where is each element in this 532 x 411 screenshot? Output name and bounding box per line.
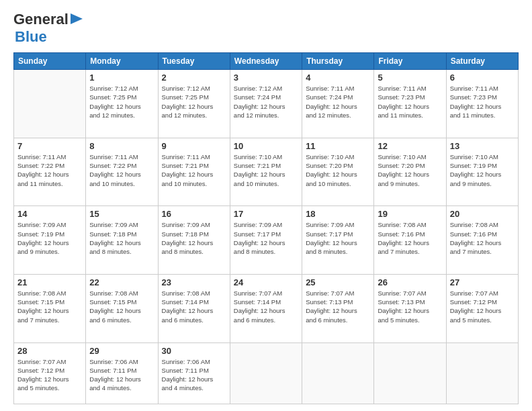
day-info: Sunrise: 7:12 AMSunset: 7:25 PMDaylight:… bbox=[162, 84, 226, 120]
calendar-cell: 6Sunrise: 7:11 AMSunset: 7:23 PMDaylight… bbox=[446, 70, 518, 138]
calendar-cell: 10Sunrise: 7:10 AMSunset: 7:21 PMDayligh… bbox=[230, 138, 302, 206]
page: General Blue SundayMondayTuesdayWednesda… bbox=[0, 0, 532, 411]
day-info: Sunrise: 7:11 AMSunset: 7:22 PMDaylight:… bbox=[17, 152, 82, 188]
calendar-cell: 11Sunrise: 7:10 AMSunset: 7:20 PMDayligh… bbox=[302, 138, 374, 206]
calendar-cell: 1Sunrise: 7:12 AMSunset: 7:25 PMDaylight… bbox=[86, 70, 158, 138]
day-info: Sunrise: 7:08 AMSunset: 7:15 PMDaylight:… bbox=[89, 289, 154, 324]
day-number: 26 bbox=[378, 277, 442, 287]
calendar-week-row: 21Sunrise: 7:08 AMSunset: 7:15 PMDayligh… bbox=[14, 274, 519, 342]
day-number: 20 bbox=[450, 209, 515, 219]
day-number: 23 bbox=[162, 277, 226, 287]
day-info: Sunrise: 7:08 AMSunset: 7:16 PMDaylight:… bbox=[450, 220, 515, 256]
svg-marker-0 bbox=[71, 13, 83, 24]
weekday-header-sunday: Sunday bbox=[14, 53, 86, 70]
day-number: 17 bbox=[234, 209, 298, 219]
day-info: Sunrise: 7:12 AMSunset: 7:24 PMDaylight:… bbox=[234, 84, 298, 120]
calendar-cell bbox=[374, 342, 446, 404]
weekday-header-thursday: Thursday bbox=[302, 53, 374, 70]
calendar-cell: 3Sunrise: 7:12 AMSunset: 7:24 PMDaylight… bbox=[230, 70, 302, 138]
weekday-header-saturday: Saturday bbox=[446, 53, 518, 70]
calendar-cell: 22Sunrise: 7:08 AMSunset: 7:15 PMDayligh… bbox=[86, 274, 158, 342]
calendar-cell: 24Sunrise: 7:07 AMSunset: 7:14 PMDayligh… bbox=[230, 274, 302, 342]
day-info: Sunrise: 7:11 AMSunset: 7:23 PMDaylight:… bbox=[378, 84, 442, 120]
calendar-cell: 4Sunrise: 7:11 AMSunset: 7:24 PMDaylight… bbox=[302, 70, 374, 138]
day-number: 5 bbox=[378, 73, 442, 83]
calendar-cell: 25Sunrise: 7:07 AMSunset: 7:13 PMDayligh… bbox=[302, 274, 374, 342]
day-info: Sunrise: 7:09 AMSunset: 7:19 PMDaylight:… bbox=[17, 220, 82, 256]
logo-arrow-icon bbox=[71, 13, 83, 27]
day-number: 2 bbox=[162, 73, 226, 83]
day-info: Sunrise: 7:07 AMSunset: 7:13 PMDaylight:… bbox=[306, 289, 370, 324]
day-number: 11 bbox=[306, 141, 370, 151]
calendar-week-row: 14Sunrise: 7:09 AMSunset: 7:19 PMDayligh… bbox=[14, 206, 519, 275]
day-number: 22 bbox=[89, 277, 154, 287]
calendar-week-row: 1Sunrise: 7:12 AMSunset: 7:25 PMDaylight… bbox=[14, 70, 519, 138]
day-info: Sunrise: 7:08 AMSunset: 7:15 PMDaylight:… bbox=[17, 289, 82, 324]
day-info: Sunrise: 7:08 AMSunset: 7:14 PMDaylight:… bbox=[162, 289, 226, 324]
day-number: 9 bbox=[162, 141, 226, 151]
calendar-cell: 26Sunrise: 7:07 AMSunset: 7:13 PMDayligh… bbox=[374, 274, 446, 342]
weekday-header-tuesday: Tuesday bbox=[158, 53, 230, 70]
weekday-header-monday: Monday bbox=[86, 53, 158, 70]
logo-general: General bbox=[13, 11, 69, 28]
calendar-cell bbox=[14, 70, 86, 138]
calendar-cell: 13Sunrise: 7:10 AMSunset: 7:19 PMDayligh… bbox=[446, 138, 518, 206]
calendar-cell: 5Sunrise: 7:11 AMSunset: 7:23 PMDaylight… bbox=[374, 70, 446, 138]
day-number: 4 bbox=[306, 73, 370, 83]
calendar-cell: 27Sunrise: 7:07 AMSunset: 7:12 PMDayligh… bbox=[446, 274, 518, 342]
calendar-week-row: 7Sunrise: 7:11 AMSunset: 7:22 PMDaylight… bbox=[14, 138, 519, 206]
day-number: 6 bbox=[450, 73, 515, 83]
day-info: Sunrise: 7:08 AMSunset: 7:16 PMDaylight:… bbox=[378, 220, 442, 256]
day-info: Sunrise: 7:12 AMSunset: 7:25 PMDaylight:… bbox=[89, 84, 154, 120]
calendar-cell: 7Sunrise: 7:11 AMSunset: 7:22 PMDaylight… bbox=[14, 138, 86, 206]
day-info: Sunrise: 7:09 AMSunset: 7:18 PMDaylight:… bbox=[89, 220, 154, 256]
day-info: Sunrise: 7:11 AMSunset: 7:22 PMDaylight:… bbox=[89, 152, 154, 188]
day-number: 27 bbox=[450, 277, 515, 287]
calendar-cell: 14Sunrise: 7:09 AMSunset: 7:19 PMDayligh… bbox=[14, 206, 86, 275]
calendar-cell: 9Sunrise: 7:11 AMSunset: 7:21 PMDaylight… bbox=[158, 138, 230, 206]
day-number: 25 bbox=[306, 277, 370, 287]
day-info: Sunrise: 7:07 AMSunset: 7:14 PMDaylight:… bbox=[234, 289, 298, 324]
day-info: Sunrise: 7:11 AMSunset: 7:24 PMDaylight:… bbox=[306, 84, 370, 120]
calendar-cell: 16Sunrise: 7:09 AMSunset: 7:18 PMDayligh… bbox=[158, 206, 230, 275]
weekday-header-row: SundayMondayTuesdayWednesdayThursdayFrid… bbox=[14, 53, 519, 70]
day-number: 10 bbox=[234, 141, 298, 151]
day-number: 12 bbox=[378, 141, 442, 151]
calendar-cell bbox=[446, 342, 518, 404]
calendar-cell: 23Sunrise: 7:08 AMSunset: 7:14 PMDayligh… bbox=[158, 274, 230, 342]
day-number: 3 bbox=[234, 73, 298, 83]
day-info: Sunrise: 7:09 AMSunset: 7:18 PMDaylight:… bbox=[162, 220, 226, 256]
day-info: Sunrise: 7:10 AMSunset: 7:20 PMDaylight:… bbox=[306, 152, 370, 188]
calendar-cell: 15Sunrise: 7:09 AMSunset: 7:18 PMDayligh… bbox=[86, 206, 158, 275]
day-number: 7 bbox=[17, 141, 82, 151]
day-number: 15 bbox=[89, 209, 154, 219]
calendar-cell: 19Sunrise: 7:08 AMSunset: 7:16 PMDayligh… bbox=[374, 206, 446, 275]
day-info: Sunrise: 7:06 AMSunset: 7:11 PMDaylight:… bbox=[89, 357, 154, 393]
day-info: Sunrise: 7:10 AMSunset: 7:21 PMDaylight:… bbox=[234, 152, 298, 188]
day-number: 28 bbox=[17, 346, 82, 356]
day-info: Sunrise: 7:07 AMSunset: 7:12 PMDaylight:… bbox=[17, 357, 82, 393]
calendar-cell: 28Sunrise: 7:07 AMSunset: 7:12 PMDayligh… bbox=[14, 342, 86, 404]
day-info: Sunrise: 7:11 AMSunset: 7:23 PMDaylight:… bbox=[450, 84, 515, 120]
logo: General Blue bbox=[13, 11, 83, 46]
calendar-cell bbox=[302, 342, 374, 404]
calendar-table: SundayMondayTuesdayWednesdayThursdayFrid… bbox=[13, 52, 519, 404]
weekday-header-wednesday: Wednesday bbox=[230, 53, 302, 70]
day-number: 8 bbox=[89, 141, 154, 151]
day-info: Sunrise: 7:09 AMSunset: 7:17 PMDaylight:… bbox=[306, 220, 370, 256]
day-info: Sunrise: 7:11 AMSunset: 7:21 PMDaylight:… bbox=[162, 152, 226, 188]
calendar-cell: 17Sunrise: 7:09 AMSunset: 7:17 PMDayligh… bbox=[230, 206, 302, 275]
calendar-cell: 2Sunrise: 7:12 AMSunset: 7:25 PMDaylight… bbox=[158, 70, 230, 138]
calendar-cell: 21Sunrise: 7:08 AMSunset: 7:15 PMDayligh… bbox=[14, 274, 86, 342]
day-number: 14 bbox=[17, 209, 82, 219]
day-info: Sunrise: 7:07 AMSunset: 7:12 PMDaylight:… bbox=[450, 289, 515, 324]
day-number: 30 bbox=[162, 346, 226, 356]
calendar-cell: 18Sunrise: 7:09 AMSunset: 7:17 PMDayligh… bbox=[302, 206, 374, 275]
day-info: Sunrise: 7:09 AMSunset: 7:17 PMDaylight:… bbox=[234, 220, 298, 256]
calendar-week-row: 28Sunrise: 7:07 AMSunset: 7:12 PMDayligh… bbox=[14, 342, 519, 404]
day-number: 21 bbox=[17, 277, 82, 287]
calendar-cell: 29Sunrise: 7:06 AMSunset: 7:11 PMDayligh… bbox=[86, 342, 158, 404]
day-number: 16 bbox=[162, 209, 226, 219]
day-number: 13 bbox=[450, 141, 515, 151]
logo-blue-text: Blue bbox=[15, 28, 47, 45]
